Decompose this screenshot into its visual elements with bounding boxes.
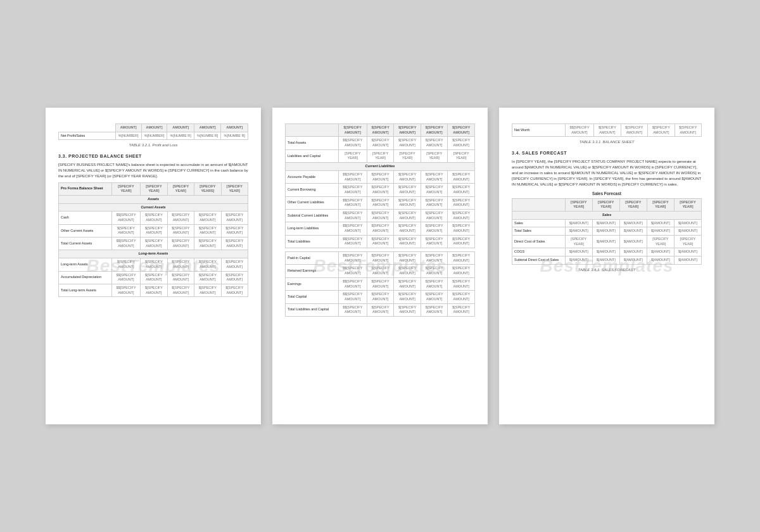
table-caption-bs: TABLE 3.3.1. BALANCE SHEET xyxy=(512,139,702,144)
sales-forecast-table: [SPECIFY YEAR] [SPECIFY YEAR] [SPECIFY Y… xyxy=(512,198,702,265)
page-container: BestTemplates AMOUNT] AMOUNT] AMOUNT] AM… xyxy=(27,82,733,450)
balance-sheet-table-1: Pro Forma Balance Sheet [SPECIFY YEAR] [… xyxy=(58,182,248,298)
body-text-1: [SPECIFY BUSINESS PROJECT NAME]'s balanc… xyxy=(58,162,248,179)
sales-forecast-title: Sales Forecast xyxy=(512,191,702,196)
doc-page-1: BestTemplates AMOUNT] AMOUNT] AMOUNT] AM… xyxy=(46,108,261,424)
doc-page-3: BestTemplates Net Worth $$[SPECIFY AMOUN… xyxy=(499,108,714,424)
table-caption-pl: TABLE 3.2.1. Profit and Loss xyxy=(58,142,248,148)
section-title-3: 3.4. SALES FORECAST xyxy=(512,150,702,156)
table-caption-sf: TABLE 3.4.1. SALES FORECAST xyxy=(512,267,702,272)
body-text-3: In [SPECIFY YEAR], the [SPECIFY PROJECT … xyxy=(512,159,702,187)
net-worth-table: Net Worth $$[SPECIFY AMOUNT] $[SPECIFY A… xyxy=(512,124,702,137)
profit-loss-table-fragment: AMOUNT] AMOUNT] AMOUNT] AMOUNT] AMOUNT] … xyxy=(58,124,248,140)
section-title-1: 3.3. PROJECTED BALANCE SHEET xyxy=(58,153,248,160)
doc-page-2: BestTemplates $[SPECIFY AMOUNT] $[SPECIF… xyxy=(272,108,488,424)
balance-sheet-table-2: $[SPECIFY AMOUNT] $[SPECIFY AMOUNT] $[SP… xyxy=(285,124,475,317)
